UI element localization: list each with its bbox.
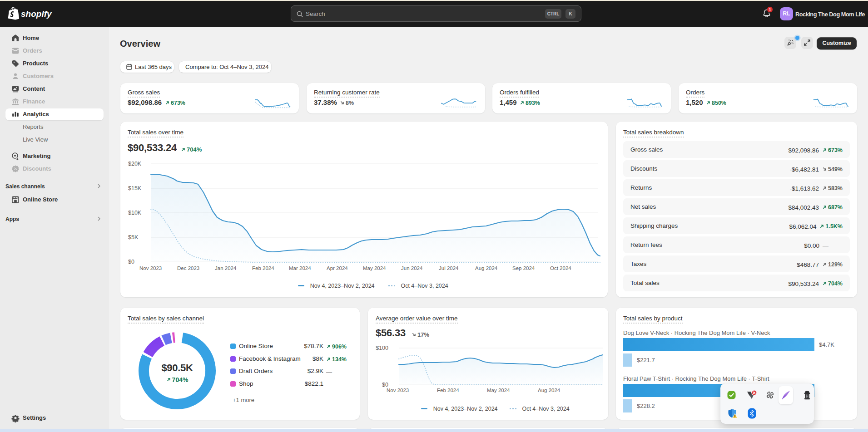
svg-text:shopify: shopify: [21, 9, 52, 19]
